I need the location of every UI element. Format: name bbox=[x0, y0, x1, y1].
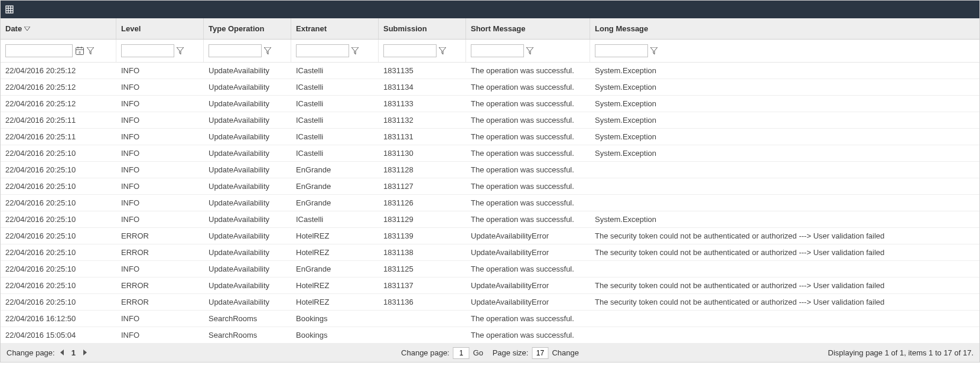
cell-extranet: ICastelli bbox=[291, 129, 379, 145]
cell-date: 22/04/2016 20:25:10 bbox=[1, 211, 116, 227]
cell-short: The operation was successful. bbox=[466, 79, 590, 95]
cell-short: The operation was successful. bbox=[466, 178, 590, 194]
page-size-input[interactable] bbox=[532, 347, 548, 359]
cell-level: INFO bbox=[116, 79, 204, 95]
cell-extranet: ICastelli bbox=[291, 79, 379, 95]
cell-level: INFO bbox=[116, 129, 204, 145]
cell-level: INFO bbox=[116, 311, 204, 327]
change-button[interactable]: Change bbox=[552, 348, 579, 357]
page-size-label: Page size: bbox=[493, 348, 529, 357]
cell-date: 22/04/2016 20:25:10 bbox=[1, 277, 116, 293]
cell-extranet: EnGrande bbox=[291, 178, 379, 194]
filter-submission-input[interactable] bbox=[383, 44, 437, 57]
table-row[interactable]: 22/04/2016 20:25:12INFOUpdateAvailabilit… bbox=[1, 63, 979, 79]
filter-icon[interactable] bbox=[526, 47, 533, 54]
cell-short: The operation was successful. bbox=[466, 195, 590, 211]
table-row[interactable]: 22/04/2016 20:25:10INFOUpdateAvailabilit… bbox=[1, 261, 979, 277]
cell-type: UpdateAvailability bbox=[204, 195, 291, 211]
pager-next-icon[interactable] bbox=[82, 348, 89, 357]
header-submission[interactable]: Submission bbox=[379, 18, 466, 39]
table-row[interactable]: 22/04/2016 20:25:10ERRORUpdateAvailabili… bbox=[1, 244, 979, 261]
log-grid: Date Level Type Operation Extranet Submi… bbox=[0, 0, 980, 363]
filter-type-input[interactable] bbox=[209, 44, 262, 57]
grid-body: 22/04/2016 20:25:12INFOUpdateAvailabilit… bbox=[1, 63, 979, 344]
table-row[interactable]: 22/04/2016 20:25:10ERRORUpdateAvailabili… bbox=[1, 294, 979, 311]
cell-submission: 1831125 bbox=[379, 261, 466, 277]
table-row[interactable]: 22/04/2016 15:05:04INFOSearchRoomsBookin… bbox=[1, 327, 979, 344]
table-row[interactable]: 22/04/2016 20:25:12INFOUpdateAvailabilit… bbox=[1, 96, 979, 112]
cell-extranet: EnGrande bbox=[291, 162, 379, 178]
cell-long: System.Exception bbox=[590, 129, 979, 145]
filter-icon[interactable] bbox=[650, 47, 657, 54]
svg-text:8: 8 bbox=[79, 51, 81, 54]
table-row[interactable]: 22/04/2016 16:12:50INFOSearchRoomsBookin… bbox=[1, 311, 979, 327]
cell-extranet: EnGrande bbox=[291, 195, 379, 211]
table-row[interactable]: 22/04/2016 20:25:10INFOUpdateAvailabilit… bbox=[1, 162, 979, 178]
cell-level: INFO bbox=[116, 63, 204, 79]
header-extranet[interactable]: Extranet bbox=[291, 18, 379, 39]
cell-short: The operation was successful. bbox=[466, 145, 590, 161]
cell-type: UpdateAvailability bbox=[204, 129, 291, 145]
cell-date: 22/04/2016 16:12:50 bbox=[1, 311, 116, 327]
cell-type: UpdateAvailability bbox=[204, 112, 291, 128]
cell-level: ERROR bbox=[116, 228, 204, 244]
filter-icon[interactable] bbox=[264, 47, 271, 54]
header-short-label: Short Message bbox=[471, 24, 525, 33]
cell-long: The security token could not be authenti… bbox=[590, 244, 979, 260]
grid-icon[interactable] bbox=[5, 5, 14, 14]
table-row[interactable]: 22/04/2016 20:25:11INFOUpdateAvailabilit… bbox=[1, 129, 979, 145]
cell-date: 22/04/2016 20:25:10 bbox=[1, 294, 116, 310]
cell-submission: 1831127 bbox=[379, 178, 466, 194]
cell-long bbox=[590, 311, 979, 327]
cell-type: UpdateAvailability bbox=[204, 96, 291, 112]
go-button[interactable]: Go bbox=[473, 348, 483, 357]
table-row[interactable]: 22/04/2016 20:25:11INFOUpdateAvailabilit… bbox=[1, 112, 979, 129]
cell-type: UpdateAvailability bbox=[204, 79, 291, 95]
change-page-label: Change page: bbox=[6, 348, 55, 357]
filter-icon[interactable] bbox=[177, 47, 184, 54]
cell-date: 22/04/2016 20:25:10 bbox=[1, 195, 116, 211]
filter-long-input[interactable] bbox=[595, 44, 648, 57]
cell-long bbox=[590, 162, 979, 178]
cell-level: INFO bbox=[116, 261, 204, 277]
filter-date-input[interactable] bbox=[5, 44, 73, 57]
filter-icon[interactable] bbox=[87, 47, 94, 54]
cell-submission bbox=[379, 327, 466, 343]
table-row[interactable]: 22/04/2016 20:25:10INFOUpdateAvailabilit… bbox=[1, 211, 979, 228]
cell-type: SearchRooms bbox=[204, 327, 291, 343]
header-type[interactable]: Type Operation bbox=[204, 18, 291, 39]
table-row[interactable]: 22/04/2016 20:25:10INFOUpdateAvailabilit… bbox=[1, 145, 979, 162]
pager-current-page: 1 bbox=[69, 348, 78, 357]
cell-long bbox=[590, 327, 979, 343]
cell-long: System.Exception bbox=[590, 96, 979, 112]
table-row[interactable]: 22/04/2016 20:25:10INFOUpdateAvailabilit… bbox=[1, 178, 979, 195]
cell-extranet: HotelREZ bbox=[291, 277, 379, 293]
cell-extranet: HotelREZ bbox=[291, 294, 379, 310]
header-long[interactable]: Long Message bbox=[590, 18, 979, 39]
cell-submission bbox=[379, 311, 466, 327]
cell-long bbox=[590, 178, 979, 194]
cell-long bbox=[590, 195, 979, 211]
cell-submission: 1831128 bbox=[379, 162, 466, 178]
cell-long bbox=[590, 261, 979, 277]
filter-extranet-input[interactable] bbox=[296, 44, 349, 57]
filter-icon[interactable] bbox=[439, 47, 446, 54]
cell-date: 22/04/2016 20:25:10 bbox=[1, 162, 116, 178]
header-short[interactable]: Short Message bbox=[466, 18, 590, 39]
header-level[interactable]: Level bbox=[116, 18, 204, 39]
table-row[interactable]: 22/04/2016 20:25:12INFOUpdateAvailabilit… bbox=[1, 79, 979, 96]
filter-level-input[interactable] bbox=[121, 44, 174, 57]
cell-short: UpdateAvailabilityError bbox=[466, 277, 590, 293]
filter-short-input[interactable] bbox=[471, 44, 524, 57]
cell-submission: 1831130 bbox=[379, 145, 466, 161]
pager-prev-icon[interactable] bbox=[58, 348, 66, 357]
table-row[interactable]: 22/04/2016 20:25:10INFOUpdateAvailabilit… bbox=[1, 195, 979, 211]
table-row[interactable]: 22/04/2016 20:25:10ERRORUpdateAvailabili… bbox=[1, 228, 979, 244]
page-number-input[interactable] bbox=[453, 347, 470, 359]
table-row[interactable]: 22/04/2016 20:25:10ERRORUpdateAvailabili… bbox=[1, 277, 979, 294]
filter-icon[interactable] bbox=[351, 47, 359, 54]
header-date[interactable]: Date bbox=[1, 18, 116, 39]
calendar-icon[interactable]: 8 bbox=[75, 46, 84, 55]
header-date-label: Date bbox=[5, 24, 22, 33]
cell-short: The operation was successful. bbox=[466, 311, 590, 327]
